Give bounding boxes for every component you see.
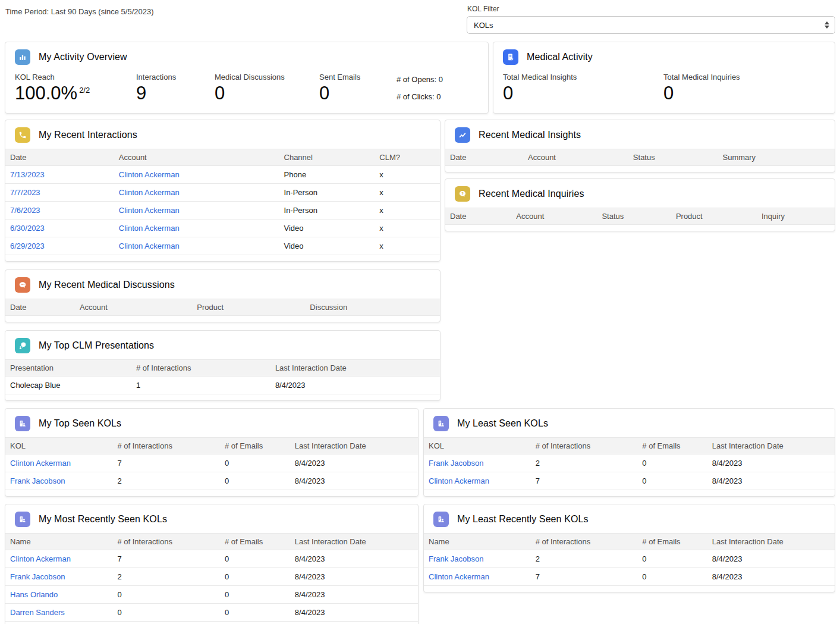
- card-my-top-seen-kols: My Top Seen KOLs KOL# of Interactions# o…: [5, 408, 419, 497]
- table-cell: Video: [279, 220, 375, 237]
- table-row: 6/29/2023Clinton AckermanVideox: [5, 237, 440, 255]
- table-cell: 0: [112, 586, 219, 604]
- table-cell: Frank Jacobson: [424, 454, 531, 472]
- record-link[interactable]: Darren Sanders: [10, 608, 65, 617]
- record-link[interactable]: Clinton Ackerman: [119, 242, 180, 250]
- table-row: Cholecap Blue18/4/2023: [5, 377, 440, 394]
- table-cell: 7/13/2023: [5, 166, 114, 184]
- table-cell: 8/4/2023: [290, 586, 418, 604]
- table-header-row: DateAccountStatusProductInquiry: [445, 208, 835, 225]
- table-cell: Clinton Ackerman: [114, 166, 279, 184]
- record-link[interactable]: Hans Orlando: [10, 590, 58, 599]
- metric-interactions: Interactions 9: [136, 73, 215, 104]
- metric-total-insights: Total Medical Insights 0: [503, 73, 663, 104]
- record-link[interactable]: Clinton Ackerman: [429, 572, 489, 581]
- table-row: 7/13/2023Clinton AckermanPhonex: [5, 166, 440, 184]
- table-cell: 0: [637, 472, 707, 490]
- table-cell: Cholecap Blue: [5, 377, 131, 394]
- column-header: Date: [445, 149, 523, 166]
- table-cell: 8/4/2023: [270, 377, 440, 394]
- column-header: CLM?: [375, 149, 440, 166]
- column-header: KOL: [424, 438, 531, 454]
- record-link[interactable]: Frank Jacobson: [10, 572, 65, 581]
- record-link[interactable]: Clinton Ackerman: [119, 206, 180, 215]
- card-title: My Least Seen KOLs: [457, 418, 548, 429]
- table-cell: 8/4/2023: [290, 550, 418, 568]
- svg-text:?: ?: [461, 192, 464, 196]
- table-row: Clinton Ackerman708/4/2023: [5, 550, 418, 568]
- table-cell: x: [375, 184, 440, 202]
- table-header-row: KOL# of Interactions# of EmailsLast Inte…: [5, 438, 418, 454]
- table-header-row: Name# of Interactions# of EmailsLast Int…: [5, 534, 418, 550]
- table-cell: 8/4/2023: [707, 472, 835, 490]
- column-header: Last Interaction Date: [290, 534, 418, 550]
- metric-sent-emails: Sent Emails 0: [319, 73, 397, 104]
- table-row: Hans Orlando008/4/2023: [5, 586, 418, 604]
- card-my-most-recently-seen-kols: My Most Recently Seen KOLs Name# of Inte…: [5, 504, 419, 624]
- table-cell: 8/4/2023: [707, 550, 835, 568]
- dashboard-page: Time Period: Last 90 Days (since 5/5/202…: [0, 0, 840, 624]
- record-link[interactable]: Frank Jacobson: [429, 554, 484, 563]
- reach-fraction: 2/2: [79, 86, 90, 95]
- table-cell: 2: [112, 568, 219, 586]
- card-title: My Recent Medical Discussions: [39, 280, 175, 290]
- select-stepper-icon: [825, 21, 829, 29]
- record-link[interactable]: Clinton Ackerman: [10, 459, 71, 468]
- table-cell: 0: [220, 586, 290, 604]
- record-link[interactable]: 7/7/2023: [10, 188, 40, 197]
- card-recent-medical-insights: Recent Medical Insights DateAccountStatu…: [445, 120, 835, 173]
- card-title: My Most Recently Seen KOLs: [39, 514, 167, 525]
- record-link[interactable]: Clinton Ackerman: [119, 224, 180, 233]
- table-row: 6/30/2023Clinton AckermanVideox: [5, 220, 440, 237]
- record-link[interactable]: Clinton Ackerman: [10, 554, 71, 563]
- table-cell: Darren Sanders: [5, 604, 112, 622]
- card-recent-medical-inquiries: ? Recent Medical Inquiries DateAccountSt…: [445, 178, 835, 231]
- record-link[interactable]: 6/30/2023: [10, 224, 45, 233]
- card-title: My Recent Interactions: [39, 130, 137, 140]
- table-cell: 2: [531, 454, 638, 472]
- table-row: Clinton Ackerman708/4/2023: [424, 472, 835, 490]
- record-link[interactable]: Clinton Ackerman: [429, 476, 489, 485]
- record-link[interactable]: Clinton Ackerman: [119, 188, 180, 197]
- table-cell: 2: [531, 550, 638, 568]
- record-link[interactable]: 6/29/2023: [10, 242, 45, 250]
- record-link[interactable]: 7/6/2023: [10, 206, 40, 215]
- table-cell: 1: [131, 377, 270, 394]
- record-link[interactable]: 7/13/2023: [10, 170, 45, 179]
- card-title: My Least Recently Seen KOLs: [457, 514, 589, 525]
- table-row: Darren Sanders008/4/2023: [5, 604, 418, 622]
- column-header: # of Emails: [220, 534, 290, 550]
- column-header: Date: [5, 299, 75, 316]
- card-title: My Activity Overview: [39, 52, 127, 62]
- table-cell: x: [375, 202, 440, 220]
- column-header: Name: [424, 534, 531, 550]
- bar-chart-icon: [15, 49, 30, 65]
- column-header: Name: [5, 534, 112, 550]
- record-link[interactable]: Clinton Ackerman: [119, 170, 180, 179]
- record-link[interactable]: Frank Jacobson: [10, 476, 65, 485]
- table-cell: 0: [220, 550, 290, 568]
- table-cell: 7: [112, 550, 219, 568]
- table-cell: Clinton Ackerman: [424, 472, 531, 490]
- table-cell: 8/4/2023: [707, 568, 835, 586]
- column-header: # of Emails: [637, 534, 707, 550]
- table-header-row: Name# of Interactions# of EmailsLast Int…: [424, 534, 835, 550]
- table-cell: Frank Jacobson: [424, 550, 531, 568]
- column-header: Channel: [279, 149, 375, 166]
- table-cell: Clinton Ackerman: [114, 184, 279, 202]
- table-cell: Clinton Ackerman: [424, 568, 531, 586]
- record-link[interactable]: Frank Jacobson: [429, 459, 484, 468]
- table-cell: 7: [112, 454, 219, 472]
- table-cell: 0: [637, 454, 707, 472]
- table-row: Frank Jacobson208/4/2023: [5, 568, 418, 586]
- medical-note-icon: [503, 49, 518, 65]
- table-cell: Clinton Ackerman: [114, 202, 279, 220]
- table-cell: 0: [112, 622, 219, 624]
- column-header: # of Interactions: [531, 438, 638, 454]
- kol-filter-select[interactable]: KOLs: [467, 16, 835, 34]
- table-cell: 8/4/2023: [290, 604, 418, 622]
- account-contact-icon: [15, 416, 30, 431]
- column-header: Account: [523, 149, 628, 166]
- table-cell: 2: [112, 472, 219, 490]
- card-my-top-clm-presentations: My Top CLM Presentations Presentation# o…: [5, 330, 441, 401]
